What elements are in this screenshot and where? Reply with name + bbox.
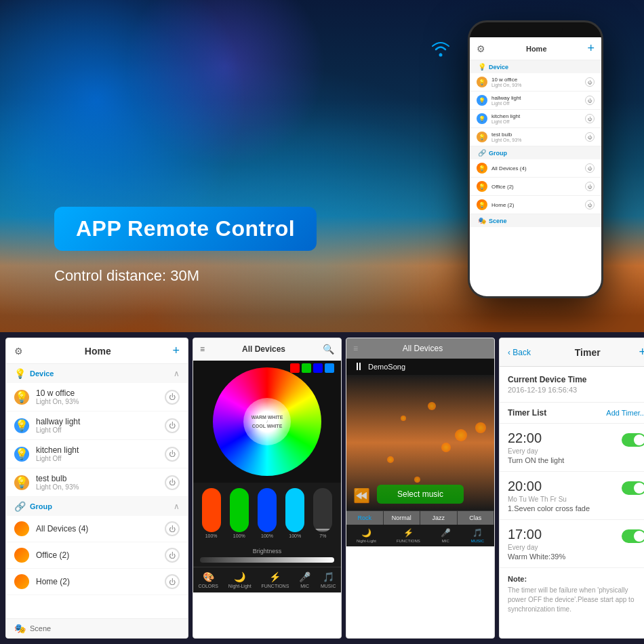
s4-toggle-3[interactable] — [622, 529, 644, 543]
power-btn-1[interactable]: ⏻ — [585, 77, 595, 87]
red-slider[interactable]: 100% — [199, 488, 224, 538]
power-btn-3[interactable]: ⏻ — [585, 114, 595, 123]
s3-rewind-icon[interactable]: ⏪ — [353, 487, 370, 504]
power-btn-4[interactable]: ⏻ — [585, 132, 595, 142]
blue-slider-bar[interactable] — [258, 488, 277, 532]
s4-plus-button[interactable]: + — [639, 345, 644, 359]
group-info-1: All Devices (4) — [491, 165, 585, 172]
s3-nav-music[interactable]: 🎵 MUSIC — [471, 528, 484, 543]
phone-group-row-3[interactable]: 💡 Home (2) ⏻ — [470, 196, 601, 214]
phone-title: Home — [526, 45, 547, 53]
s3-pause-icon[interactable]: ⏸ — [353, 361, 364, 373]
s4-timer-info-3: 17:00 Every day Warm White:39% — [508, 527, 622, 561]
s1-header: ⚙ Home + — [6, 338, 188, 364]
s2-bottom-nav: 🎨 COLORS 🌙 Night-Light ⚡ FUNCTIONS 🎤 MIC… — [193, 567, 341, 592]
functions-label: FUNCTIONS — [261, 584, 289, 588]
s3-functions-icon: ⚡ — [403, 528, 414, 538]
particle-4 — [441, 443, 451, 452]
s4-toggle-1[interactable] — [622, 433, 644, 447]
s3-nav-nightlight[interactable]: 🌙 Night-Light — [357, 528, 376, 543]
s1-gear-icon[interactable]: ⚙ — [14, 346, 23, 357]
s4-device-time: Current Device Time 2016-12-19 16:56:43 — [500, 367, 644, 403]
s1-power-2[interactable]: ⏻ — [165, 418, 180, 433]
s4-back-button[interactable]: ‹ Back — [508, 348, 531, 357]
brightness-bar[interactable] — [200, 557, 334, 563]
s3-genres: Rock Normal Jazz Clas — [346, 510, 494, 525]
red-slider-bar[interactable] — [202, 488, 221, 532]
s1-group-row-1[interactable]: All Devices (4) ⏻ — [6, 516, 188, 542]
s1-device-row-1[interactable]: 💡 10 w office Light On, 93% ⏻ — [6, 383, 188, 411]
s3-genre-rock[interactable]: Rock — [346, 511, 384, 525]
brightness-slider[interactable]: 7% — [310, 488, 336, 538]
brightness-slider-bar[interactable] — [313, 488, 332, 532]
s4-timer-info-2: 20:00 Mo Tu We Th Fr Su 1.Seven color cr… — [508, 479, 622, 512]
s1-group-row-2[interactable]: Office (2) ⏻ — [6, 542, 188, 569]
phone-device-row-2[interactable]: 💡 hallway light Light Off ⏻ — [470, 92, 601, 110]
cyan-slider-bar[interactable] — [285, 488, 304, 532]
app-screen-timer: ‹ Back Timer + Current Device Time 2016-… — [499, 338, 644, 639]
s3-select-music-btn[interactable]: Select music — [377, 485, 464, 504]
group-power-1[interactable]: ⏻ — [585, 163, 595, 173]
s1-group-label: Group — [30, 502, 52, 510]
s2-nav-music[interactable]: 🎵 MUSIC — [321, 571, 336, 588]
s1-group-power-3[interactable]: ⏻ — [165, 574, 180, 589]
brightness-section: Brightness — [193, 544, 341, 567]
s2-nav-mic[interactable]: 🎤 MIC — [299, 571, 310, 588]
phone-group-row-1[interactable]: 💡 All Devices (4) ⏻ — [470, 159, 601, 178]
s3-nav-mic[interactable]: 🎤 MIC — [441, 528, 451, 543]
blue-slider[interactable]: 100% — [254, 488, 279, 538]
bulb-icon-1: 💡 — [477, 77, 487, 87]
s3-genre-normal[interactable]: Normal — [384, 511, 421, 525]
s3-bottom-nav: 🌙 Night-Light ⚡ FUNCTIONS 🎤 MIC 🎵 MUSIC — [346, 525, 494, 546]
warm-white-label: WARM WHITE — [251, 415, 283, 420]
blue-slider-label: 100% — [261, 534, 273, 538]
app-screen-color: ≡ All Devices 🔍 WARM WHITE / COOL WHITE — [193, 338, 342, 639]
s1-device-row-3[interactable]: 💡 kitchen light Light Off ⏻ — [6, 440, 188, 468]
s4-dt-label: Current Device Time — [508, 375, 644, 384]
phone-device-row-1[interactable]: 💡 10 w office Light On, 93% ⏻ — [470, 73, 601, 92]
s1-power-1[interactable]: ⏻ — [165, 390, 180, 405]
power-btn-2[interactable]: ⏻ — [585, 96, 595, 105]
s4-add-timer-btn[interactable]: Add Timer... — [606, 409, 644, 417]
rgb-dots — [290, 363, 334, 373]
s1-device-row-2[interactable]: 💡 hallway light Light Off ⏻ — [6, 411, 188, 440]
phone-plus-icon: + — [587, 41, 595, 56]
green-slider[interactable]: 100% — [226, 488, 251, 538]
phone-header: ⚙ Home + — [470, 37, 601, 60]
phone-device-row-3[interactable]: 💡 kitchen light Light Off ⏻ — [470, 110, 601, 128]
phone-device-section: 💡 Device — [470, 60, 601, 73]
color-sliders: 100% 100% 100% 100% 7% — [193, 483, 341, 544]
nightlight-icon: 🌙 — [234, 571, 245, 582]
group-power-2[interactable]: ⏻ — [585, 182, 595, 191]
phone-device-row-4[interactable]: 💡 test bulb Light On, 93% ⏻ — [470, 128, 601, 146]
s1-device-name-3: kitchen light — [36, 445, 165, 455]
s3-nav-functions[interactable]: ⚡ FUNCTIONS — [397, 528, 420, 543]
s1-plus-icon[interactable]: + — [172, 344, 180, 358]
green-slider-label: 100% — [233, 534, 245, 538]
s2-nav-nightlight[interactable]: 🌙 Night-Light — [228, 571, 251, 588]
mic-icon: 🎤 — [299, 571, 310, 582]
s4-timer-item-3: 17:00 Every day Warm White:39% — [500, 520, 644, 568]
s4-tl-label: Timer List — [508, 408, 606, 418]
s2-nav-colors[interactable]: 🎨 COLORS — [198, 571, 218, 588]
s1-group-section-header: 🔗 Group ∧ — [6, 497, 188, 516]
s1-group-power-1[interactable]: ⏻ — [165, 521, 180, 536]
cyan-slider[interactable]: 100% — [283, 488, 308, 538]
colors-icon: 🎨 — [203, 571, 214, 582]
s3-genre-jazz[interactable]: Jazz — [420, 511, 458, 525]
s1-device-row-4[interactable]: 💡 test bulb Light On, 93% ⏻ — [6, 468, 188, 497]
color-wheel[interactable]: WARM WHITE / COOL WHITE — [213, 367, 321, 476]
s3-genre-clas[interactable]: Clas — [458, 511, 495, 525]
s4-toggle-2[interactable] — [622, 481, 644, 495]
group-icon-2: 💡 — [477, 181, 487, 192]
s1-group-power-2[interactable]: ⏻ — [165, 548, 180, 563]
s2-search-icon[interactable]: 🔍 — [323, 344, 334, 355]
colors-label: COLORS — [198, 584, 218, 588]
green-slider-bar[interactable] — [230, 488, 249, 532]
phone-group-row-2[interactable]: 💡 Office (2) ⏻ — [470, 178, 601, 196]
s1-power-3[interactable]: ⏻ — [165, 447, 180, 462]
s1-power-4[interactable]: ⏻ — [165, 475, 180, 490]
s2-nav-functions[interactable]: ⚡ FUNCTIONS — [261, 571, 289, 588]
group-power-3[interactable]: ⏻ — [585, 200, 595, 209]
s1-group-row-3[interactable]: Home (2) ⏻ — [6, 569, 188, 595]
